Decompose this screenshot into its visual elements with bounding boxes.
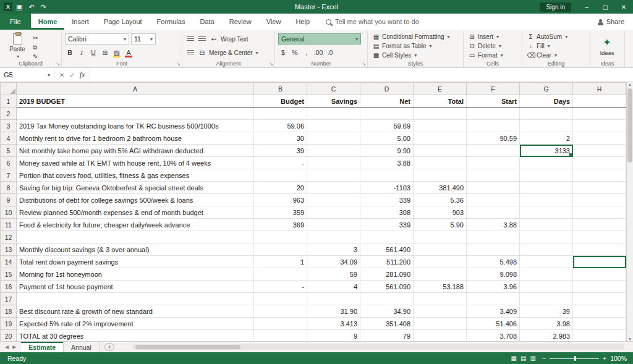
cell-G18[interactable]: 39	[520, 305, 573, 318]
cell-E18[interactable]	[414, 305, 467, 318]
cell-A8[interactable]: Saving for big trip: Geneva Oktoberfest …	[17, 182, 254, 194]
row-header-11[interactable]: 11	[1, 219, 17, 231]
autosum-button[interactable]: ΣAutoSum▾	[525, 32, 587, 41]
horizontal-scrollbar[interactable]	[133, 344, 624, 350]
share-button[interactable]: Share	[589, 14, 633, 30]
cell-D14[interactable]: 511.200	[360, 256, 414, 268]
cell-D4[interactable]: 5.00	[360, 132, 414, 145]
insert-cells-button[interactable]: ⊞Insert▾	[467, 32, 519, 41]
cell-H13[interactable]	[573, 243, 626, 256]
row-header-18[interactable]: 18	[1, 305, 17, 318]
cell-C4[interactable]	[307, 132, 360, 145]
cell-G8[interactable]	[520, 182, 573, 194]
close-button[interactable]: ✕	[614, 0, 633, 14]
cell-G19[interactable]: 3.98	[520, 318, 573, 330]
cell-G6[interactable]	[520, 157, 573, 169]
new-sheet-button[interactable]: +	[104, 343, 114, 351]
tell-me-box[interactable]: Tell me what you want to do	[326, 14, 419, 30]
cell-A13[interactable]: Monthly discount savings (& 3 over annua…	[17, 243, 254, 256]
italic-button[interactable]: I	[77, 48, 87, 57]
tab-insert[interactable]: Insert	[64, 14, 96, 30]
zoom-level[interactable]: 100%	[610, 355, 627, 362]
col-header-D[interactable]: D	[360, 83, 414, 95]
cell-G10[interactable]	[520, 206, 573, 219]
cell-D20[interactable]: 79	[360, 330, 414, 342]
row-header-2[interactable]: 2	[1, 108, 17, 120]
cell-F13[interactable]	[467, 243, 520, 256]
cell-B8[interactable]: 20	[254, 182, 307, 194]
col-header-F[interactable]: F	[467, 83, 520, 95]
cell-G17[interactable]	[520, 293, 573, 305]
scroll-down-icon[interactable]: ▼	[628, 337, 632, 341]
maximize-button[interactable]: ▢	[596, 0, 614, 14]
cell-H6[interactable]	[573, 157, 626, 169]
alignment-dialog-launcher-icon[interactable]: ↘	[269, 61, 273, 67]
cell-D17[interactable]	[360, 293, 414, 305]
cell-C17[interactable]	[307, 293, 360, 305]
cell-A6[interactable]: Money saved while at TK EMT with house r…	[17, 157, 254, 169]
cell-H8[interactable]	[573, 182, 626, 194]
paste-button[interactable]: Paste ▾	[3, 32, 32, 61]
merge-center-label[interactable]: Merge & Center	[209, 49, 253, 56]
cell-C8[interactable]	[307, 182, 360, 194]
fill-color-button[interactable]: ▨	[112, 48, 122, 57]
align-top-button[interactable]	[185, 34, 195, 44]
cell-E16[interactable]: 53.188	[414, 281, 467, 293]
cell-E20[interactable]	[414, 330, 467, 342]
tab-page-layout[interactable]: Page Layout	[96, 14, 150, 30]
cell-D16[interactable]: 561.090	[360, 281, 414, 293]
percent-style-button[interactable]: %	[290, 48, 300, 57]
cell-B6[interactable]: -	[254, 157, 307, 169]
cell-E5[interactable]	[414, 145, 467, 157]
page-layout-view-icon[interactable]: ▤	[520, 355, 526, 362]
cell-E17[interactable]	[414, 293, 467, 305]
align-middle-button[interactable]	[197, 34, 207, 44]
cell-F6[interactable]	[467, 157, 520, 169]
cell-B7[interactable]	[254, 169, 307, 182]
cell-H3[interactable]	[573, 120, 626, 132]
col-header-B[interactable]: B	[254, 83, 307, 95]
cell-C10[interactable]	[307, 206, 360, 219]
vertical-scrollbar[interactable]: ▲ ▼	[626, 82, 633, 341]
cell-C1[interactable]: Savings	[307, 95, 360, 108]
select-all-button[interactable]	[1, 83, 17, 95]
format-cells-button[interactable]: ▭Format▾	[467, 51, 519, 60]
cell-B3[interactable]: 59.06	[254, 120, 307, 132]
cell-F18[interactable]: 3.409	[467, 305, 520, 318]
cell-B10[interactable]: 359	[254, 206, 307, 219]
page-break-view-icon[interactable]: ▥	[530, 355, 535, 362]
cell-F10[interactable]	[467, 206, 520, 219]
row-header-14[interactable]: 14	[1, 256, 17, 268]
col-header-C[interactable]: C	[307, 83, 360, 95]
cell-B17[interactable]	[254, 293, 307, 305]
cell-F8[interactable]	[467, 182, 520, 194]
cell-G16[interactable]	[520, 281, 573, 293]
row-header-19[interactable]: 19	[1, 318, 17, 330]
cell-E19[interactable]	[414, 318, 467, 330]
cell-H11[interactable]	[573, 219, 626, 231]
cell-B19[interactable]	[254, 318, 307, 330]
cell-D10[interactable]: 308	[360, 206, 414, 219]
conditional-formatting-button[interactable]: ▦Conditional Formatting▾	[371, 32, 460, 41]
cell-H14[interactable]	[573, 256, 626, 268]
cell-H12[interactable]	[573, 231, 626, 243]
decrease-decimal-button[interactable]: .0	[325, 48, 335, 57]
cell-F5[interactable]	[467, 145, 520, 157]
cell-A18[interactable]: Best discount rate & growth of new stand…	[17, 305, 254, 318]
cell-B2[interactable]	[254, 108, 307, 120]
cell-C11[interactable]	[307, 219, 360, 231]
cell-H20[interactable]	[573, 330, 626, 342]
tab-data[interactable]: Data	[192, 14, 221, 30]
tab-review[interactable]: Review	[222, 14, 259, 30]
next-sheet-icon[interactable]: ▶	[12, 344, 16, 350]
cell-E6[interactable]	[414, 157, 467, 169]
cell-E12[interactable]	[414, 231, 467, 243]
cell-C3[interactable]	[307, 120, 360, 132]
number-dialog-launcher-icon[interactable]: ↘	[362, 61, 366, 67]
cell-A10[interactable]: Review planned 500/month expenses & end …	[17, 206, 254, 219]
underline-button[interactable]: U	[88, 48, 98, 57]
cell-D8[interactable]: -1103	[360, 182, 414, 194]
cell-D11[interactable]: 339	[360, 219, 414, 231]
cell-F15[interactable]: 9.098	[467, 268, 520, 281]
row-header-12[interactable]: 12	[1, 231, 17, 243]
